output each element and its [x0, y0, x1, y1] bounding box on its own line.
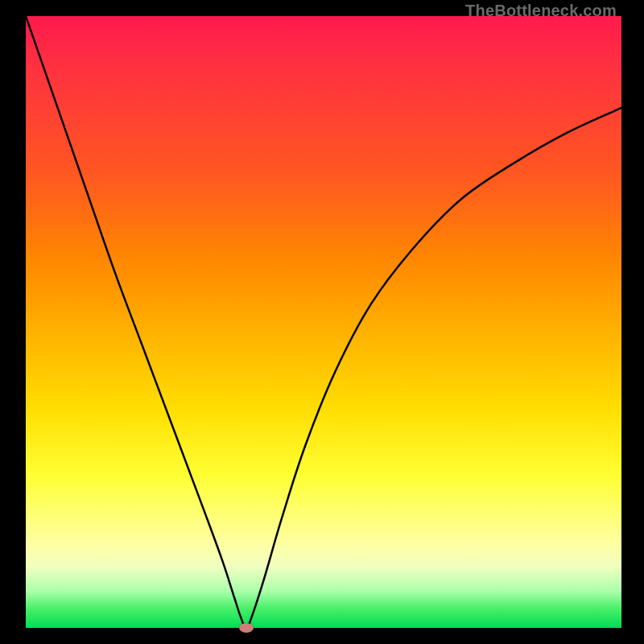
- curve-svg: [26, 16, 621, 628]
- chart-frame: TheBottleneck.com: [0, 0, 644, 644]
- optimum-marker: [239, 623, 254, 633]
- plot-area: [26, 16, 621, 628]
- watermark-text: TheBottleneck.com: [465, 2, 617, 20]
- bottleneck-curve: [26, 16, 621, 628]
